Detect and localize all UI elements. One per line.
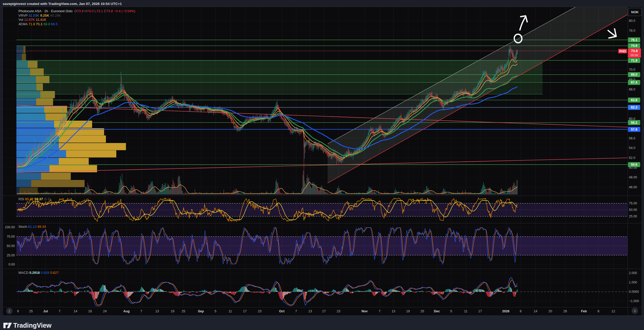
svg-text:0.00: 0.00	[9, 263, 15, 266]
svg-text:17: 17	[243, 309, 247, 313]
svg-text:PHO: PHO	[620, 50, 626, 53]
svg-text:7: 7	[141, 309, 142, 313]
svg-text:Vol 12.87K 11.41K: Vol 12.87K 11.41K	[18, 18, 46, 22]
svg-text:savepiginvest created with Tra: savepiginvest created with TradingView.c…	[3, 2, 122, 6]
svg-text:73.8: 73.8	[631, 49, 637, 53]
svg-text:NOK: NOK	[631, 10, 639, 14]
svg-text:66.0: 66.0	[629, 88, 635, 91]
svg-text:60.0: 60.0	[629, 117, 635, 121]
svg-text:56.0: 56.0	[629, 137, 635, 140]
svg-text:75.00: 75.00	[629, 202, 637, 205]
svg-text:23: 23	[258, 309, 262, 313]
svg-text:Stoch 81.13 89.34: Stoch 81.13 89.34	[18, 225, 46, 229]
svg-text:54.0: 54.0	[629, 146, 635, 150]
svg-text:57.8: 57.8	[631, 128, 637, 131]
svg-text:5: 5	[215, 309, 216, 313]
svg-text:71.9: 71.9	[631, 59, 637, 62]
svg-text:25.00: 25.00	[7, 254, 15, 257]
svg-text:2.000: 2.000	[629, 271, 637, 275]
svg-text:−1.000: −1.000	[629, 299, 639, 303]
svg-text:76.1: 76.1	[631, 38, 637, 42]
svg-text:62.3: 62.3	[631, 106, 637, 109]
svg-text:Oct: Oct	[279, 309, 285, 313]
svg-text:25: 25	[29, 309, 33, 313]
svg-text:17: 17	[478, 309, 482, 313]
svg-text:7: 7	[59, 309, 61, 313]
svg-text:63.8: 63.8	[631, 98, 637, 102]
svg-text:13: 13	[392, 309, 395, 313]
svg-text:13: 13	[308, 309, 312, 313]
svg-text:26: 26	[563, 309, 567, 313]
svg-text:13: 13	[155, 309, 159, 313]
svg-text:8: 8	[520, 309, 522, 313]
svg-text:7: 7	[379, 309, 381, 313]
svg-text:Nov: Nov	[361, 309, 368, 313]
svg-text:100.00: 100.00	[5, 225, 15, 229]
svg-text:VRVP 31.03K 9.25K 40.28K: VRVP 31.03K 9.25K 40.28K	[18, 14, 61, 17]
svg-text:TradingView: TradingView	[13, 322, 52, 329]
svg-text:Aug: Aug	[123, 309, 130, 313]
svg-text:19: 19	[171, 309, 174, 313]
svg-text:50.00: 50.00	[7, 244, 15, 248]
svg-text:48.00: 48.00	[629, 176, 637, 179]
svg-text:17: 17	[322, 309, 326, 313]
svg-text:14: 14	[74, 309, 77, 313]
svg-text:Jul: Jul	[43, 309, 48, 313]
svg-text:5: 5	[450, 309, 452, 313]
svg-text:7: 7	[295, 309, 297, 313]
svg-text:24: 24	[103, 309, 107, 313]
svg-text:MACD 0.2918 0.919 0.627: MACD 0.2918 0.919 0.627	[18, 271, 59, 275]
svg-text:80.0: 80.0	[629, 19, 635, 23]
svg-text:1.000: 1.000	[629, 281, 637, 284]
svg-text:14: 14	[534, 309, 537, 313]
svg-text:46.00: 46.00	[629, 185, 637, 189]
svg-text:Feb: Feb	[581, 309, 587, 313]
svg-text:6: 6	[598, 309, 600, 313]
svg-text:59.2: 59.2	[631, 121, 637, 125]
svg-text:23: 23	[337, 309, 340, 313]
svg-text:50.6: 50.6	[631, 163, 637, 166]
svg-text:RSI 65.27 59.37 ∅ ∅: RSI 65.27 59.37 ∅ ∅	[18, 197, 51, 201]
svg-text:67.4: 67.4	[631, 81, 637, 84]
svg-text:25: 25	[182, 309, 185, 313]
svg-text:A: A	[634, 309, 636, 313]
svg-text:Z: Z	[8, 309, 10, 313]
svg-text:75.00: 75.00	[7, 235, 15, 238]
svg-text:70.0: 70.0	[629, 68, 635, 72]
svg-text:20: 20	[549, 309, 552, 313]
svg-text:05:56: 05:56	[631, 54, 638, 57]
svg-text:9: 9	[17, 309, 19, 313]
svg-text:78.0: 78.0	[629, 29, 635, 33]
svg-text:4EMA 71.8 71.1 68.8 66.5: 4EMA 71.8 71.1 68.8 66.5	[18, 22, 58, 26]
svg-text:Photocure ASA · 1h · Euronext: Photocure ASA · 1h · Euronext Oslo O73.9…	[18, 9, 135, 13]
svg-text:2026: 2026	[502, 309, 509, 313]
svg-text:25: 25	[420, 309, 424, 313]
svg-text:19: 19	[406, 309, 410, 313]
svg-text:11: 11	[229, 309, 232, 313]
svg-text:50.00: 50.00	[629, 208, 637, 212]
svg-text:0.0000: 0.0000	[629, 290, 639, 294]
svg-text:25.00: 25.00	[629, 215, 637, 218]
svg-text:52.0: 52.0	[629, 156, 635, 160]
svg-text:18: 18	[88, 309, 92, 313]
svg-text:11: 11	[464, 309, 468, 313]
svg-text:Dec: Dec	[434, 309, 440, 313]
svg-text:69.0: 69.0	[631, 73, 637, 76]
svg-text:12: 12	[611, 309, 615, 313]
svg-text:Sep: Sep	[198, 309, 204, 313]
svg-text:74.9: 74.9	[631, 44, 637, 48]
